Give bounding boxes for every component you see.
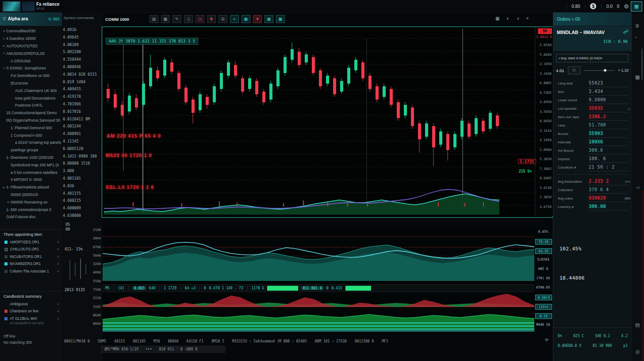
symbol-tree-item[interactable]: ≡4 Gasoline 15000 <box>0 35 62 42</box>
order-field-row[interactable]: Arm3.434 <box>553 88 632 96</box>
summary-header[interactable]: Candlestick summary <box>0 291 62 300</box>
order-field-row[interactable]: Lower round9.X000 <box>553 96 632 105</box>
price-value[interactable]: 4.600009 <box>63 206 102 213</box>
coin-icon[interactable]: $ <box>590 3 596 9</box>
signal-item[interactable]: CHILLOUTS.OR1≡ <box>0 246 62 253</box>
row-menu-icon[interactable]: ≡ <box>57 269 59 273</box>
signals-header[interactable]: Them appointing Men <box>0 229 62 238</box>
dial-icon[interactable]: ☉ <box>568 66 580 74</box>
order-field-row[interactable]: Ldoq dots55023 <box>553 80 632 88</box>
signal-item[interactable]: AMORTIZES.OR1≡ <box>0 238 62 246</box>
price-value[interactable]: 4.1421 0900 100 <box>63 154 102 161</box>
layers-icon[interactable]: ▩ <box>635 74 640 80</box>
order-field-row[interactable]: Curvature ◂21 50 : 2 <box>553 164 632 172</box>
list-icon[interactable]: ≣ <box>635 23 639 29</box>
gear-icon[interactable]: ⚙ <box>624 3 629 10</box>
symbol-tree-item[interactable]: A GROUND <box>0 57 62 65</box>
price-value[interactable]: 4.630000 <box>63 213 102 221</box>
symbol-tree-item[interactable]: ≡AMUSINGS/REPULSE <box>0 50 62 57</box>
symbol-tree[interactable]: ▾Commodities/030≡4 Gasoline 15000▸AUTOCR… <box>0 27 62 221</box>
anchor-icon[interactable]: ⊣ <box>635 185 640 191</box>
symbol-tree-item[interactable]: (Eurozone <box>0 80 62 87</box>
price-value[interactable]: 0.0065120 <box>63 146 102 154</box>
price-value[interactable]: 4.001101 <box>63 176 102 184</box>
toolbar-icon-g[interactable]: ▯ <box>184 15 193 23</box>
toolbar-icon-g[interactable]: ⊟ <box>218 15 227 23</box>
row-menu-icon[interactable]: ≡ <box>57 317 59 321</box>
candlestick-plot[interactable] <box>102 27 534 216</box>
order-field-row[interactable]: Lowvery ◂300.08 <box>553 203 632 211</box>
price-scale[interactable]: DA 1.0913 D 2.05605.06602.10503.10306.88… <box>535 27 553 216</box>
order-field-row[interactable]: Intervals100X6◦ <box>553 138 632 147</box>
price-value[interactable]: 4.0014 020 0215 <box>63 72 102 80</box>
status-item[interactable]: 40153 <box>114 339 125 343</box>
row-menu-icon[interactable]: ≡ <box>57 302 59 306</box>
order-field-row[interactable]: Aero out Japs2306.2 <box>553 113 632 122</box>
toolbar-icon-r[interactable]: ✚ <box>207 15 216 23</box>
refresh-icon[interactable]: ⟳ <box>545 338 548 342</box>
row-menu-icon[interactable]: ≡ <box>57 309 59 313</box>
signal-item[interactable]: INCUBATORS.OR1≡ <box>0 253 62 261</box>
grid-view-icon[interactable]: ▦ <box>495 16 499 21</box>
price-value[interactable]: 0.017016 <box>63 109 102 117</box>
logo-icon[interactable] <box>22 2 34 11</box>
indicator-badge[interactable]: 72.31 <box>535 239 552 245</box>
filter-icon[interactable]: ▽ <box>3 16 6 21</box>
price-value[interactable]: 4.409455 <box>63 87 102 94</box>
status-item[interactable]: 810 911 ' 0 ‹009 0 <box>159 347 198 351</box>
status-item[interactable]: 001105 <box>133 339 146 343</box>
order-field-row[interactable]: Across35903 <box>553 130 632 138</box>
status-item[interactable]: 64150 F1 <box>187 339 204 343</box>
order-field-row[interactable]: Impulse100. 6 <box>553 155 632 164</box>
price-value[interactable]: 4.000946 <box>63 65 102 72</box>
order-field-row[interactable]: Avg Association2.233 2J== <box>553 178 632 186</box>
indicator-badge[interactable]: (11+) <box>535 304 552 310</box>
status-item[interactable]: 0011500 0 <box>355 339 374 343</box>
minimize-icon[interactable]: ◑ <box>517 16 519 21</box>
price-value[interactable]: 4.556444 <box>63 57 102 65</box>
toolbar-icon-g[interactable]: ✎ <box>172 15 181 23</box>
status-item[interactable]: 00M 101 › 17A30 <box>315 339 347 343</box>
toolbar-icon-t[interactable]: ▦ <box>276 15 285 23</box>
symbol-tree-item[interactable]: Positrons CHF/L <box>0 102 62 109</box>
symbol-tree-item[interactable]: Iona gold Denunciations <box>0 94 62 102</box>
status-item[interactable]: 50M5 <box>98 339 106 343</box>
notes-icon[interactable]: ▤ <box>635 322 640 328</box>
price-value[interactable]: 4.036 <box>63 184 102 191</box>
signal-item[interactable]: MAXIMIZERS.OR1≡ <box>0 261 62 268</box>
order-field-row[interactable]: Lavo51.700 <box>553 122 632 130</box>
status-item[interactable]: QM/*MMX 650-1(19 <box>104 347 138 351</box>
toolbar-icon-r[interactable]: ◳ <box>196 15 204 23</box>
indicator-pane[interactable]: M5|[4]|0.065640|1 1729|64 +3|00.470 1 14… <box>103 228 534 331</box>
row-menu-icon[interactable]: ≡ <box>57 247 59 251</box>
toolbar-icon-rf[interactable]: ▼ <box>253 15 262 23</box>
symbol-tree-item[interactable]: ▸AUTOCRATS/TED <box>0 42 62 50</box>
oscillator-chart[interactable] <box>103 228 534 284</box>
volume-slider[interactable] <box>584 70 615 71</box>
market-watch-header[interactable]: ▽ Alpha ara G 360 <box>0 12 62 26</box>
status-item[interactable]: M50 <box>153 339 160 343</box>
histogram-chart[interactable] <box>103 292 534 307</box>
order-type-dropdown[interactable]: • buy Joint 4.00001 (0.04)% <box>556 54 629 62</box>
symbol-tree-item[interactable]: 1- 500 commodore/props 0 <box>0 206 62 213</box>
symbol-tree-item[interactable]: 1: Planned Demonol 500 <box>0 124 62 131</box>
symbol-tree-item[interactable]: Gold Futures-doo <box>0 213 62 221</box>
price-value[interactable]: 0.019 1404 <box>63 80 102 87</box>
volume-value[interactable]: 4.01 <box>556 68 564 73</box>
toolbar-icon-t[interactable]: ⌖ <box>230 15 239 23</box>
toolbar-icon-g[interactable]: ▦ <box>161 15 170 23</box>
symbol-tree-item[interactable]: 4 MPOINT 0: 0000 <box>0 176 62 184</box>
order-field-row[interactable]: Avg votes930020000 <box>553 195 632 203</box>
row-menu-icon[interactable]: ≡ <box>57 240 59 244</box>
price-value[interactable]: 0.00000 1510 <box>63 161 102 169</box>
clock-icon[interactable]: ◎ <box>635 349 640 355</box>
symbol-tree-item[interactable]: 15 Constructions/spend Demo <box>0 109 62 117</box>
indicator-badge[interactable]: 0.15 <box>535 313 552 319</box>
symbol-tree-item[interactable]: a 2010/ Growing top panels <box>0 139 62 146</box>
price-value[interactable]: 4.600215 <box>63 198 102 206</box>
signal-item[interactable]: Column The Associate 1≡ <box>0 268 62 275</box>
symbol-tree-item[interactable]: For Demolitions on 500 <box>0 72 62 80</box>
symbol-tree-item[interactable]: ▸000000 Remaining on <box>0 198 62 206</box>
status-item[interactable]: ••• <box>146 347 152 351</box>
status-item[interactable]: M33315S › 5aEdxammud (M 800 › 05405 <box>232 339 307 343</box>
